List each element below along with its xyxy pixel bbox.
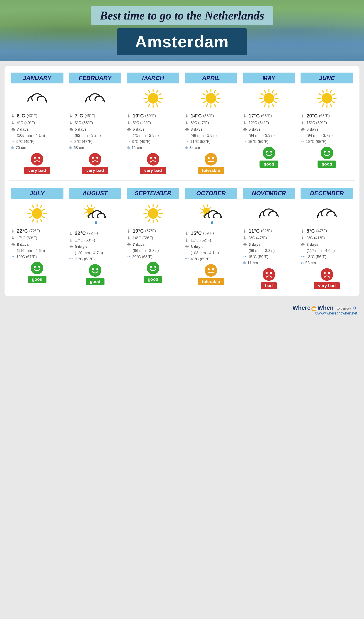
data-section: 🌡 6°C (43°F) 🌡 4°C (40°F) 🌧 7 days (105 … [11, 113, 63, 150]
svg-line-76 [333, 94, 335, 95]
snow-value: 11 cm [131, 146, 142, 150]
high-temp-f: (58°F) [203, 113, 214, 118]
wave-icon: 〰 [301, 254, 305, 259]
svg-line-75 [330, 90, 332, 93]
data-section: 🌡 11°C (52°F) 🌡 8°C (47°F) 🌧 6 days (96 … [243, 228, 295, 266]
weather-icon-sun-cloud-rain [198, 203, 224, 226]
svg-line-105 [94, 207, 95, 208]
high-temp-row: 🌡 17°C (63°F) [243, 113, 295, 119]
rain-days: 8 days [307, 242, 319, 247]
thermometer-icon: 🌡 [69, 231, 73, 236]
high-temp: 15°C [191, 230, 202, 236]
svg-point-64 [270, 151, 272, 153]
rain-row: 🌧 6 days [185, 244, 237, 249]
data-section: 🌡 19°C (67°F) 🌡 14°C (58°F) 🌧 7 days (96… [127, 228, 179, 259]
high-temp-f: (52°F) [261, 229, 272, 233]
rain-days: 7 days [17, 127, 29, 132]
thermometer-icon: 🌡 [243, 113, 247, 119]
high-temp: 11°C [249, 228, 260, 234]
rain-days: 6 days [249, 242, 261, 247]
low-temp: 14°C (58°F) [133, 236, 153, 240]
snow-value: 34 cm [189, 146, 200, 150]
rain-mm: (96 mm - 3.8in) [249, 249, 275, 253]
svg-line-138 [203, 205, 204, 207]
header-city-box: Amsterdam [117, 28, 247, 55]
month-card-march: MARCH 🌡 10°C (50°F) 🌡 5°C (41°F) 🌧 5 day… [125, 70, 181, 176]
svg-point-147 [211, 221, 213, 225]
rating-smiley [263, 268, 275, 281]
rating-badge: very bad [82, 167, 108, 174]
data-section: 🌡 8°C (47°F) 🌡 5°C (41°F) 🌧 8 days (117 … [301, 228, 353, 266]
high-temp: 22°C [17, 228, 28, 234]
high-temp-f: (45°F) [84, 113, 95, 118]
month-card-july: JULY 🌡 22°C (72°F) 🌡 17°C (63°F) 🌧 8 day… [9, 185, 65, 292]
rating-badge: good [260, 161, 278, 168]
high-temp-row: 🌡 6°C (43°F) [11, 113, 63, 119]
low-temp: 17°C (63°F) [17, 236, 37, 240]
weather-icon-cloud [25, 88, 50, 108]
thermometer-icon: 🌡 [185, 231, 189, 236]
thermometer-low-icon: 🌡 [11, 235, 15, 240]
snow-row: ❄ 68 cm [69, 145, 122, 150]
rain-days: 3 days [191, 127, 203, 132]
svg-point-165 [321, 268, 333, 281]
svg-line-43 [217, 94, 219, 95]
svg-point-93 [32, 208, 42, 219]
rain-row: 🌧 7 days [127, 242, 179, 247]
high-temp-row: 🌡 10°C (50°F) [127, 113, 179, 119]
month-label: JANUARY [11, 72, 63, 84]
sea-temp-row: 〰 15°C (59°F) [243, 254, 295, 259]
rain-mm-row: (117 mm - 4.6in) [301, 249, 353, 253]
thermometer-icon: 🌡 [301, 113, 305, 119]
data-section: 🌡 14°C (58°F) 🌡 8°C (47°F) 🌧 3 days (49 … [185, 113, 237, 150]
month-card-january: JANUARY 🌡 6°C (43°F) 🌡 4°C (40°F) 🌧 7 da… [9, 70, 65, 176]
svg-point-61 [264, 93, 274, 104]
month-label: NOVEMBER [243, 188, 295, 199]
rating-badge: good [86, 278, 104, 285]
rating-badge: good [28, 276, 46, 283]
snow-icon: ❄ [301, 261, 304, 266]
svg-line-73 [322, 90, 324, 93]
month-card-june: JUNE 🌡 20°C (68°F) 🌡 15°C (59°F) 🌧 6 day… [299, 70, 355, 176]
low-temp-row: 🌡 8°C (47°F) [185, 120, 237, 125]
high-temp-row: 🌡 11°C (52°F) [243, 228, 295, 234]
weather-icon-sun [314, 88, 339, 108]
high-temp-f: (47°F) [316, 229, 327, 233]
svg-line-67 [330, 104, 332, 106]
svg-line-136 [201, 212, 203, 213]
rain-mm-row: (71 mm - 2.8in) [127, 133, 179, 138]
svg-line-72 [319, 94, 321, 95]
months-grid: JANUARY 🌡 6°C (43°F) 🌡 4°C (40°F) 🌧 7 da… [9, 70, 355, 292]
svg-point-159 [270, 272, 272, 274]
svg-line-53 [264, 104, 266, 106]
thermometer-low-icon: 🌡 [127, 120, 131, 125]
rating-badge: good [144, 276, 162, 283]
rating-section: good [318, 147, 336, 168]
rain-icon: 🌧 [185, 127, 189, 132]
low-temp: 12°C (54°F) [249, 121, 269, 125]
rating-badge: tolerable [198, 278, 224, 285]
low-temp: 8°C (47°F) [249, 236, 267, 240]
svg-point-15 [96, 157, 98, 159]
rain-row: 🌧 5 days [69, 127, 122, 132]
high-temp-row: 🌡 20°C (68°F) [301, 113, 353, 119]
svg-line-51 [272, 104, 274, 106]
rating-smiley [147, 153, 159, 166]
svg-line-89 [33, 205, 34, 208]
sea-temp-row: 〰 9°C (49°F) [11, 139, 63, 144]
rating-section: very bad [314, 268, 340, 289]
sea-temp-row: 〰 20°C (68°F) [69, 257, 122, 261]
svg-point-158 [266, 272, 268, 274]
data-section: 🌡 7°C (45°F) 🌡 3°C (38°F) 🌧 5 days (82 m… [69, 113, 122, 150]
svg-point-149 [208, 268, 210, 270]
svg-point-44 [206, 93, 216, 104]
rating-smiley [147, 262, 159, 274]
svg-point-80 [328, 151, 330, 153]
city-name: Amsterdam [135, 33, 229, 51]
svg-line-26 [156, 90, 158, 93]
low-temp: 3°C (38°F) [75, 121, 93, 125]
svg-line-100 [87, 214, 89, 216]
high-temp-row: 🌡 22°C (72°F) [11, 228, 63, 234]
month-card-november: NOVEMBER 🌡 11°C (52°F) 🌡 8°C (47°F) 🌧 6 … [241, 185, 297, 292]
thermometer-low-icon: 🌡 [301, 120, 305, 125]
